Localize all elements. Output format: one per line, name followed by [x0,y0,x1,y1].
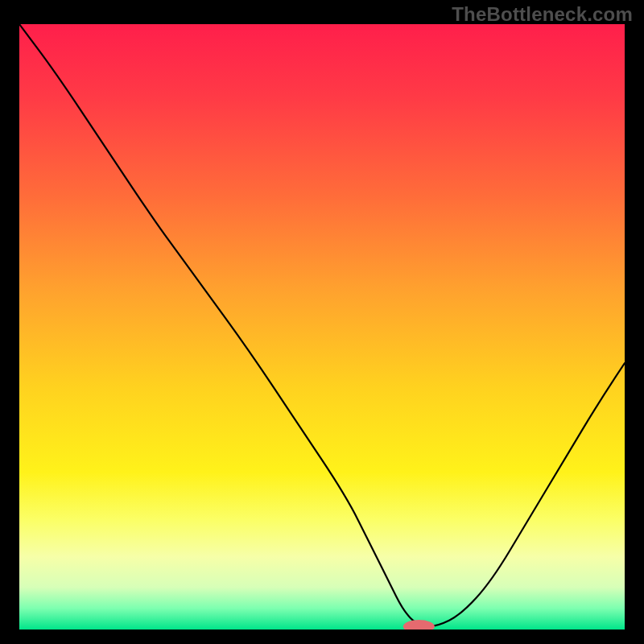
plot-area [18,23,626,631]
gradient-fill [19,24,625,630]
chart-canvas: TheBottleneck.com [0,0,644,644]
plot-svg [19,24,625,630]
